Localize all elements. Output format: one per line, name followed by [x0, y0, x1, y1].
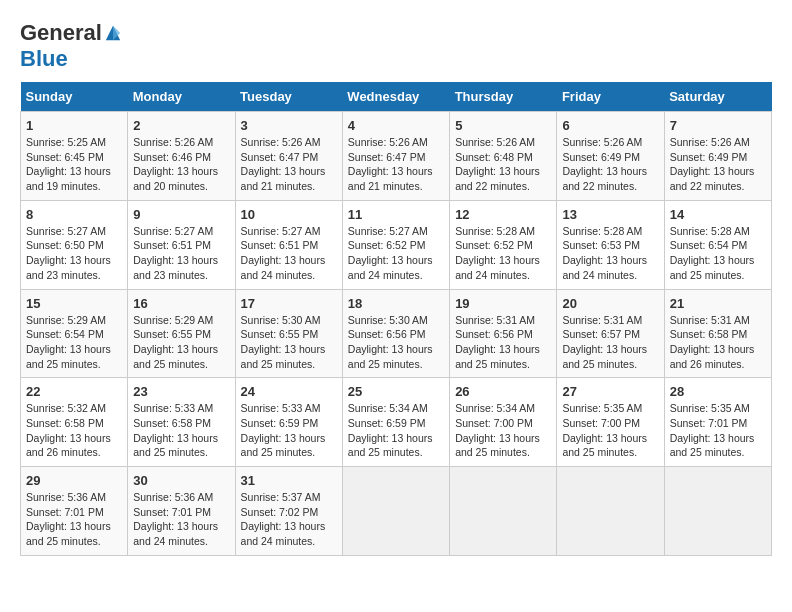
calendar-cell: 4Sunrise: 5:26 AM Sunset: 6:47 PM Daylig… — [342, 112, 449, 201]
calendar-cell: 17Sunrise: 5:30 AM Sunset: 6:55 PM Dayli… — [235, 289, 342, 378]
calendar-cell: 9Sunrise: 5:27 AM Sunset: 6:51 PM Daylig… — [128, 200, 235, 289]
day-info: Sunrise: 5:37 AM Sunset: 7:02 PM Dayligh… — [241, 490, 337, 549]
calendar-cell: 19Sunrise: 5:31 AM Sunset: 6:56 PM Dayli… — [450, 289, 557, 378]
calendar-cell — [450, 467, 557, 556]
day-number: 23 — [133, 384, 229, 399]
day-number: 3 — [241, 118, 337, 133]
day-number: 2 — [133, 118, 229, 133]
calendar-cell: 15Sunrise: 5:29 AM Sunset: 6:54 PM Dayli… — [21, 289, 128, 378]
logo-general-text: General — [20, 20, 102, 46]
day-info: Sunrise: 5:28 AM Sunset: 6:52 PM Dayligh… — [455, 224, 551, 283]
day-info: Sunrise: 5:33 AM Sunset: 6:58 PM Dayligh… — [133, 401, 229, 460]
day-info: Sunrise: 5:26 AM Sunset: 6:48 PM Dayligh… — [455, 135, 551, 194]
calendar-week-2: 8Sunrise: 5:27 AM Sunset: 6:50 PM Daylig… — [21, 200, 772, 289]
day-info: Sunrise: 5:28 AM Sunset: 6:53 PM Dayligh… — [562, 224, 658, 283]
day-number: 19 — [455, 296, 551, 311]
calendar-cell: 27Sunrise: 5:35 AM Sunset: 7:00 PM Dayli… — [557, 378, 664, 467]
calendar-cell: 11Sunrise: 5:27 AM Sunset: 6:52 PM Dayli… — [342, 200, 449, 289]
calendar-cell: 16Sunrise: 5:29 AM Sunset: 6:55 PM Dayli… — [128, 289, 235, 378]
calendar-week-5: 29Sunrise: 5:36 AM Sunset: 7:01 PM Dayli… — [21, 467, 772, 556]
dow-thursday: Thursday — [450, 82, 557, 112]
day-info: Sunrise: 5:29 AM Sunset: 6:55 PM Dayligh… — [133, 313, 229, 372]
logo-icon — [104, 24, 122, 42]
calendar-cell: 1Sunrise: 5:25 AM Sunset: 6:45 PM Daylig… — [21, 112, 128, 201]
day-info: Sunrise: 5:25 AM Sunset: 6:45 PM Dayligh… — [26, 135, 122, 194]
day-number: 30 — [133, 473, 229, 488]
day-number: 18 — [348, 296, 444, 311]
calendar-cell: 5Sunrise: 5:26 AM Sunset: 6:48 PM Daylig… — [450, 112, 557, 201]
calendar-cell — [342, 467, 449, 556]
dow-saturday: Saturday — [664, 82, 771, 112]
calendar-cell: 6Sunrise: 5:26 AM Sunset: 6:49 PM Daylig… — [557, 112, 664, 201]
day-number: 16 — [133, 296, 229, 311]
calendar-cell: 25Sunrise: 5:34 AM Sunset: 6:59 PM Dayli… — [342, 378, 449, 467]
calendar-cell: 20Sunrise: 5:31 AM Sunset: 6:57 PM Dayli… — [557, 289, 664, 378]
day-info: Sunrise: 5:27 AM Sunset: 6:50 PM Dayligh… — [26, 224, 122, 283]
calendar-cell — [664, 467, 771, 556]
logo-blue-text: Blue — [20, 46, 68, 71]
day-info: Sunrise: 5:27 AM Sunset: 6:51 PM Dayligh… — [133, 224, 229, 283]
calendar-cell: 31Sunrise: 5:37 AM Sunset: 7:02 PM Dayli… — [235, 467, 342, 556]
calendar-cell: 18Sunrise: 5:30 AM Sunset: 6:56 PM Dayli… — [342, 289, 449, 378]
day-number: 21 — [670, 296, 766, 311]
day-info: Sunrise: 5:33 AM Sunset: 6:59 PM Dayligh… — [241, 401, 337, 460]
day-info: Sunrise: 5:31 AM Sunset: 6:58 PM Dayligh… — [670, 313, 766, 372]
calendar-cell: 12Sunrise: 5:28 AM Sunset: 6:52 PM Dayli… — [450, 200, 557, 289]
day-number: 20 — [562, 296, 658, 311]
calendar-cell — [557, 467, 664, 556]
day-info: Sunrise: 5:34 AM Sunset: 6:59 PM Dayligh… — [348, 401, 444, 460]
day-info: Sunrise: 5:29 AM Sunset: 6:54 PM Dayligh… — [26, 313, 122, 372]
calendar-cell: 2Sunrise: 5:26 AM Sunset: 6:46 PM Daylig… — [128, 112, 235, 201]
calendar-cell: 21Sunrise: 5:31 AM Sunset: 6:58 PM Dayli… — [664, 289, 771, 378]
day-number: 9 — [133, 207, 229, 222]
day-info: Sunrise: 5:26 AM Sunset: 6:47 PM Dayligh… — [241, 135, 337, 194]
calendar-cell: 24Sunrise: 5:33 AM Sunset: 6:59 PM Dayli… — [235, 378, 342, 467]
calendar-week-4: 22Sunrise: 5:32 AM Sunset: 6:58 PM Dayli… — [21, 378, 772, 467]
day-info: Sunrise: 5:26 AM Sunset: 6:49 PM Dayligh… — [562, 135, 658, 194]
calendar-cell: 29Sunrise: 5:36 AM Sunset: 7:01 PM Dayli… — [21, 467, 128, 556]
dow-friday: Friday — [557, 82, 664, 112]
day-number: 29 — [26, 473, 122, 488]
calendar-week-3: 15Sunrise: 5:29 AM Sunset: 6:54 PM Dayli… — [21, 289, 772, 378]
day-number: 7 — [670, 118, 766, 133]
page-header: General Blue — [20, 20, 772, 72]
day-number: 24 — [241, 384, 337, 399]
calendar-week-1: 1Sunrise: 5:25 AM Sunset: 6:45 PM Daylig… — [21, 112, 772, 201]
day-info: Sunrise: 5:31 AM Sunset: 6:56 PM Dayligh… — [455, 313, 551, 372]
day-number: 15 — [26, 296, 122, 311]
dow-sunday: Sunday — [21, 82, 128, 112]
day-number: 12 — [455, 207, 551, 222]
day-info: Sunrise: 5:31 AM Sunset: 6:57 PM Dayligh… — [562, 313, 658, 372]
logo: General Blue — [20, 20, 122, 72]
day-number: 25 — [348, 384, 444, 399]
day-number: 8 — [26, 207, 122, 222]
day-info: Sunrise: 5:34 AM Sunset: 7:00 PM Dayligh… — [455, 401, 551, 460]
day-info: Sunrise: 5:27 AM Sunset: 6:52 PM Dayligh… — [348, 224, 444, 283]
day-info: Sunrise: 5:27 AM Sunset: 6:51 PM Dayligh… — [241, 224, 337, 283]
day-number: 6 — [562, 118, 658, 133]
day-info: Sunrise: 5:30 AM Sunset: 6:55 PM Dayligh… — [241, 313, 337, 372]
day-info: Sunrise: 5:28 AM Sunset: 6:54 PM Dayligh… — [670, 224, 766, 283]
day-number: 1 — [26, 118, 122, 133]
day-number: 10 — [241, 207, 337, 222]
day-info: Sunrise: 5:30 AM Sunset: 6:56 PM Dayligh… — [348, 313, 444, 372]
calendar-cell: 26Sunrise: 5:34 AM Sunset: 7:00 PM Dayli… — [450, 378, 557, 467]
day-number: 4 — [348, 118, 444, 133]
day-number: 14 — [670, 207, 766, 222]
day-info: Sunrise: 5:36 AM Sunset: 7:01 PM Dayligh… — [133, 490, 229, 549]
calendar-cell: 3Sunrise: 5:26 AM Sunset: 6:47 PM Daylig… — [235, 112, 342, 201]
calendar-cell: 8Sunrise: 5:27 AM Sunset: 6:50 PM Daylig… — [21, 200, 128, 289]
day-info: Sunrise: 5:26 AM Sunset: 6:46 PM Dayligh… — [133, 135, 229, 194]
calendar-cell: 10Sunrise: 5:27 AM Sunset: 6:51 PM Dayli… — [235, 200, 342, 289]
dow-tuesday: Tuesday — [235, 82, 342, 112]
calendar-cell: 28Sunrise: 5:35 AM Sunset: 7:01 PM Dayli… — [664, 378, 771, 467]
day-number: 26 — [455, 384, 551, 399]
day-info: Sunrise: 5:36 AM Sunset: 7:01 PM Dayligh… — [26, 490, 122, 549]
day-info: Sunrise: 5:35 AM Sunset: 7:00 PM Dayligh… — [562, 401, 658, 460]
day-info: Sunrise: 5:26 AM Sunset: 6:47 PM Dayligh… — [348, 135, 444, 194]
day-info: Sunrise: 5:26 AM Sunset: 6:49 PM Dayligh… — [670, 135, 766, 194]
dow-wednesday: Wednesday — [342, 82, 449, 112]
calendar-cell: 13Sunrise: 5:28 AM Sunset: 6:53 PM Dayli… — [557, 200, 664, 289]
day-number: 5 — [455, 118, 551, 133]
calendar-cell: 22Sunrise: 5:32 AM Sunset: 6:58 PM Dayli… — [21, 378, 128, 467]
